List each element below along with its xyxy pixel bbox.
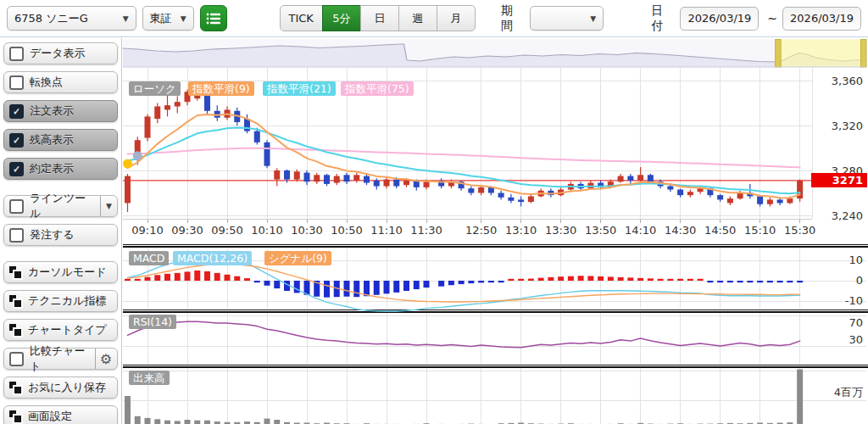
windows-icon [9, 295, 22, 308]
sidebar: データ表示 転換点 ✓ 注文表示 ✓ 残高表示 ✓ 約定表示 ラインツール ▼ … [0, 38, 122, 424]
interval-day-button[interactable]: 日 [360, 5, 399, 31]
series-badge-macd: MACD [129, 251, 169, 265]
chevron-down-icon: ▼ [181, 14, 186, 23]
svg-text:11:30: 11:30 [410, 224, 442, 237]
toggle-label: 比較チャート [30, 343, 89, 374]
interval-5min-button[interactable]: 5分 [322, 5, 361, 31]
axis-labels: 3,3603,3203,2803,24009:1009:3009:5010:10… [131, 75, 863, 399]
trading-chart-app: { "top_bar": { "symbol": "6758 ソニーG", "m… [0, 0, 868, 424]
chart-navigator[interactable] [123, 40, 866, 68]
date-range-separator: ~ [767, 12, 777, 25]
technical-indicator-button[interactable]: テクニカル指標 [3, 290, 118, 312]
chevron-down-icon: ▼ [123, 14, 129, 23]
series-badge-candle: ローソク [129, 81, 181, 96]
svg-text:12:50: 12:50 [465, 224, 497, 237]
svg-text:14:50: 14:50 [704, 224, 736, 237]
svg-text:30: 30 [849, 333, 863, 346]
compare-chart-toggle[interactable]: 比較チャート ⚙ [3, 348, 118, 370]
interval-week-button[interactable]: 週 [398, 5, 437, 31]
screen-settings-button[interactable]: 画面設定 [3, 405, 118, 424]
checkbox [9, 47, 24, 61]
date-from-input[interactable]: 2026/03/19 [680, 7, 759, 31]
price-chart-canvas[interactable]: 3,3603,3203,2803,24009:1009:3009:5010:10… [0, 0, 868, 424]
series-badge-ema75: 指数平滑(75) [341, 81, 414, 96]
symbol-select[interactable]: 6758 ソニーG ▼ [7, 6, 136, 31]
windows-icon [9, 410, 22, 423]
place-order-toggle[interactable]: 発注する [3, 224, 118, 246]
date-label: 日付 [651, 3, 673, 34]
svg-text:11:10: 11:10 [370, 224, 402, 237]
volume-panel[interactable] [125, 370, 803, 424]
interval-month-button[interactable]: 月 [437, 5, 476, 31]
toggle-label: 注文表示 [30, 103, 74, 119]
market-select[interactable]: 東証 ▼ [142, 6, 194, 31]
chart-type-button[interactable]: チャートタイプ [3, 319, 118, 341]
button-label: チャートタイプ [28, 322, 107, 338]
button-label: カーソルモード [28, 265, 107, 280]
execution-display-toggle[interactable]: ✓ 約定表示 [3, 158, 118, 180]
rsi-panel[interactable] [128, 321, 800, 348]
svg-text:14:30: 14:30 [665, 224, 696, 237]
svg-text:4百万: 4百万 [834, 386, 863, 399]
svg-text:-10: -10 [845, 294, 863, 307]
svg-text:10: 10 [849, 254, 863, 266]
button-label: お気に入り保存 [28, 380, 106, 395]
series-badge-rsi: RSI(14) [129, 315, 176, 329]
checkbox [9, 352, 24, 366]
series-badge-macd-signal: シグナル(9) [264, 251, 331, 265]
period-label: 期間 [501, 3, 523, 34]
toggle-label: 約定表示 [30, 161, 74, 176]
svg-text:3,240: 3,240 [832, 209, 863, 222]
chevron-down-icon: ▼ [590, 14, 596, 23]
series-badge-ema21: 指数平滑(21) [263, 81, 336, 96]
date-to-input[interactable]: 2026/03/19 [782, 7, 861, 31]
navigator-right-handle[interactable] [861, 40, 867, 68]
line-tool-dropdown-arrow[interactable]: ▼ [100, 196, 112, 216]
svg-text:13:30: 13:30 [545, 224, 576, 237]
toggle-label: データ表示 [30, 46, 86, 61]
series-badge-volume: 出来高 [129, 371, 170, 385]
svg-text:10:30: 10:30 [291, 224, 322, 237]
svg-text:09:10: 09:10 [131, 224, 163, 237]
windows-icon [9, 324, 22, 337]
save-favorite-button[interactable]: お気に入り保存 [3, 377, 118, 399]
reversal-point-toggle[interactable]: 転換点 [3, 71, 118, 93]
svg-text:13:50: 13:50 [585, 224, 616, 237]
svg-text:0: 0 [856, 274, 863, 287]
interval-button-group: TICK 5分 日 週 月 [280, 5, 476, 31]
checkbox [9, 75, 24, 90]
gear-icon[interactable]: ⚙ [95, 349, 112, 369]
candles-series[interactable] [125, 83, 803, 212]
svg-text:10:50: 10:50 [331, 224, 362, 237]
svg-text:3,320: 3,320 [832, 120, 863, 132]
interval-tick-button[interactable]: TICK [280, 5, 323, 31]
cursor-mode-button[interactable]: カーソルモード [3, 261, 118, 283]
market-value: 東証 [150, 11, 172, 26]
symbol-list-button[interactable] [200, 5, 227, 31]
current-price-badge: 3271 [811, 173, 867, 187]
checkbox: ✓ [9, 133, 24, 148]
line-tool-toggle[interactable]: ラインツール ▼ [3, 195, 118, 217]
button-label: 画面設定 [28, 409, 72, 424]
svg-text:15:10: 15:10 [744, 224, 776, 237]
toolbar: 6758 ソニーG ▼ 東証 ▼ TICK 5分 日 週 月 期間 ▼ 日付 2… [0, 0, 868, 37]
toggle-label: 転換点 [30, 75, 63, 90]
order-display-toggle[interactable]: ✓ 注文表示 [3, 100, 118, 122]
windows-icon [9, 266, 22, 279]
data-display-toggle[interactable]: データ表示 [3, 42, 118, 64]
list-icon [206, 12, 221, 25]
toggle-label: ラインツール [30, 191, 94, 221]
series-badge-macd-line: MACD(12,26) [173, 251, 252, 265]
symbol-value: 6758 ソニーG [14, 11, 88, 26]
toggle-label: 残高表示 [30, 132, 74, 148]
windows-icon [9, 382, 22, 394]
navigator-left-handle[interactable] [776, 40, 782, 68]
svg-text:13:10: 13:10 [505, 224, 537, 237]
svg-text:15:30: 15:30 [784, 224, 815, 237]
svg-text:09:50: 09:50 [211, 224, 242, 237]
toggle-label: 発注する [30, 227, 75, 243]
checkbox: ✓ [9, 104, 24, 119]
balance-display-toggle[interactable]: ✓ 残高表示 [3, 129, 118, 151]
period-select[interactable]: ▼ [530, 6, 604, 31]
checkbox: ✓ [9, 162, 24, 176]
